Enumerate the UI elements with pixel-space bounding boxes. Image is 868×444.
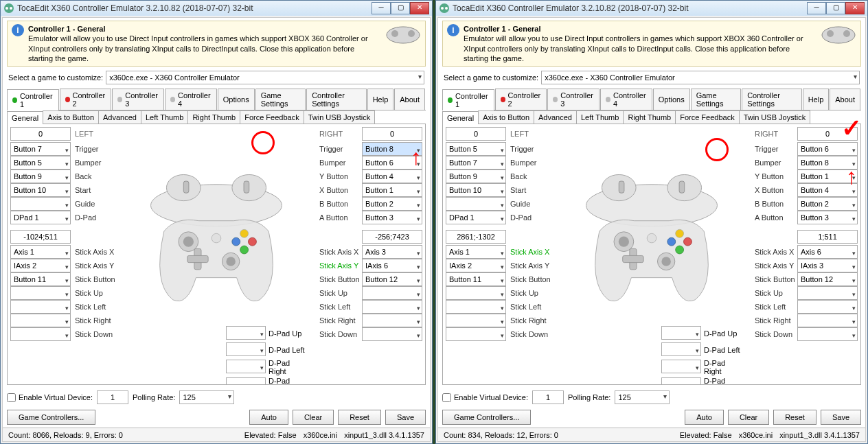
auto-button[interactable]: Auto [249,410,288,425]
subtab-advanced[interactable]: Advanced [98,110,141,124]
right-mapping-dropdown[interactable]: Button 6 [797,142,858,156]
enable-virtual-device-checkbox[interactable]: Enable Virtual Device: [7,393,93,402]
right-mapping-dropdown[interactable]: Axis 6 [797,245,858,259]
subtab-force-feedback[interactable]: Force Feedback [240,110,304,124]
left-header-num[interactable]: 0 [10,127,71,141]
tab-game-settings[interactable]: Game Settings [691,89,741,110]
titlebar[interactable]: TocaEdit X360 Controller Emulator 3.2.10… [436,1,867,16]
maximize-button[interactable]: ▢ [391,2,410,14]
right-mapping-dropdown[interactable] [797,286,858,300]
polling-rate-dropdown[interactable]: 125 [179,390,234,404]
right-mapping-dropdown[interactable]: Button 2 [797,197,858,211]
left-mapping-dropdown[interactable]: DPad 1 [10,211,71,224]
close-button[interactable]: ✕ [845,2,865,14]
tab-controller-1[interactable]: Controller 1 [442,89,494,110]
tab-controller-settings[interactable]: Controller Settings [742,89,801,110]
polling-rate-dropdown[interactable]: 125 [615,390,670,404]
right-mapping-dropdown[interactable]: Button 3 [362,211,422,224]
dpad-dropdown[interactable] [226,360,266,373]
minimize-button[interactable]: ─ [372,2,391,14]
enable-virtual-device-checkbox[interactable]: Enable Virtual Device: [442,393,528,402]
dpad-dropdown[interactable] [226,342,266,356]
tab-options[interactable]: Options [653,89,690,110]
left-mapping-dropdown[interactable]: IAxis 2 [446,259,506,272]
auto-button[interactable]: Auto [685,410,724,425]
left-mapping-dropdown[interactable]: Button 7 [446,156,506,170]
subtab-axis-to-button[interactable]: Axis to Button [43,110,99,124]
dpad-dropdown[interactable] [661,377,701,385]
tab-controller-3[interactable]: Controller 3 [112,89,164,110]
right-mapping-dropdown[interactable]: Button 1 [797,170,858,183]
right-mapping-dropdown[interactable]: IAxis 6 [362,259,422,272]
left-mapping-dropdown[interactable]: Button 10 [10,183,71,197]
select-game-dropdown[interactable]: x360ce.exe - X360 Controller Emulator [106,71,424,84]
virtual-device-spin[interactable] [97,390,128,404]
dpad-dropdown[interactable] [661,342,701,356]
left-mapping-dropdown[interactable]: DPad 1 [446,211,506,224]
left-mapping-dropdown[interactable]: Button 9 [446,170,506,183]
left-mapping-dropdown[interactable]: Button 11 [10,272,71,286]
subtab-axis-to-button[interactable]: Axis to Button [478,110,534,124]
save-button[interactable]: Save [821,410,861,425]
subtab-general[interactable]: General [7,111,43,124]
left-mapping-dropdown[interactable] [446,197,506,211]
left-stick-num[interactable]: 2861;-1302 [446,230,506,244]
game-controllers-button[interactable]: Game Controllers... [7,410,95,425]
left-mapping-dropdown[interactable] [10,314,71,327]
left-stick-num[interactable]: -1024;511 [10,230,71,244]
tab-controller-3[interactable]: Controller 3 [547,89,599,110]
tab-controller-4[interactable]: Controller 4 [600,89,652,110]
tab-game-settings[interactable]: Game Settings [255,89,306,110]
save-button[interactable]: Save [385,410,426,425]
tab-help[interactable]: Help [803,89,830,110]
right-mapping-dropdown[interactable]: Button 4 [797,183,858,197]
game-controllers-button[interactable]: Game Controllers... [442,410,531,425]
right-mapping-dropdown[interactable]: Button 3 [797,211,858,224]
dpad-dropdown[interactable] [661,326,701,340]
right-mapping-dropdown[interactable]: Button 12 [362,272,422,286]
left-mapping-dropdown[interactable] [446,300,506,314]
left-mapping-dropdown[interactable] [10,327,71,341]
tab-options[interactable]: Options [218,89,255,110]
right-mapping-dropdown[interactable] [797,300,858,314]
right-mapping-dropdown[interactable]: IAxis 3 [797,259,858,272]
subtab-left-thumb[interactable]: Left Thumb [576,110,624,124]
left-mapping-dropdown[interactable]: Button 7 [10,142,71,156]
subtab-advanced[interactable]: Advanced [534,110,577,124]
dpad-dropdown[interactable] [226,377,266,385]
left-mapping-dropdown[interactable] [446,327,506,341]
subtab-right-thumb[interactable]: Right Thumb [623,110,676,124]
right-mapping-dropdown[interactable]: Button 12 [797,272,858,286]
tab-controller-2[interactable]: Controller 2 [60,89,112,110]
right-mapping-dropdown[interactable] [362,327,422,341]
left-mapping-dropdown[interactable]: Button 5 [446,142,506,156]
tab-about[interactable]: About [394,89,425,110]
right-stick-num[interactable]: 1;511 [797,230,858,244]
reset-button[interactable]: Reset [773,410,816,425]
left-mapping-dropdown[interactable]: IAxis 2 [10,259,71,272]
left-mapping-dropdown[interactable] [10,286,71,300]
subtab-twin-usb-joystick[interactable]: Twin USB Joystick [739,110,810,124]
reset-button[interactable]: Reset [338,410,381,425]
right-mapping-dropdown[interactable]: Button 1 [362,183,422,197]
clear-button[interactable]: Clear [293,410,334,425]
right-mapping-dropdown[interactable]: Button 8 [797,156,858,170]
minimize-button[interactable]: ─ [807,2,826,14]
tab-controller-1[interactable]: Controller 1 [7,89,59,110]
left-mapping-dropdown[interactable] [446,314,506,327]
right-header-num[interactable]: 0 [362,127,422,141]
tab-controller-4[interactable]: Controller 4 [165,89,217,110]
left-mapping-dropdown[interactable] [446,286,506,300]
tab-controller-settings[interactable]: Controller Settings [306,89,366,110]
tab-about[interactable]: About [830,89,860,110]
dpad-dropdown[interactable] [661,360,701,373]
left-mapping-dropdown[interactable]: Axis 1 [10,245,71,259]
left-mapping-dropdown[interactable] [10,300,71,314]
subtab-left-thumb[interactable]: Left Thumb [141,110,188,124]
select-game-dropdown[interactable]: x360ce.exe - X360 Controller Emulator [541,71,860,84]
subtab-general[interactable]: General [442,111,479,124]
right-mapping-dropdown[interactable] [362,286,422,300]
tab-controller-2[interactable]: Controller 2 [495,89,547,110]
right-mapping-dropdown[interactable] [362,300,422,314]
right-stick-num[interactable]: -256;7423 [362,230,422,244]
